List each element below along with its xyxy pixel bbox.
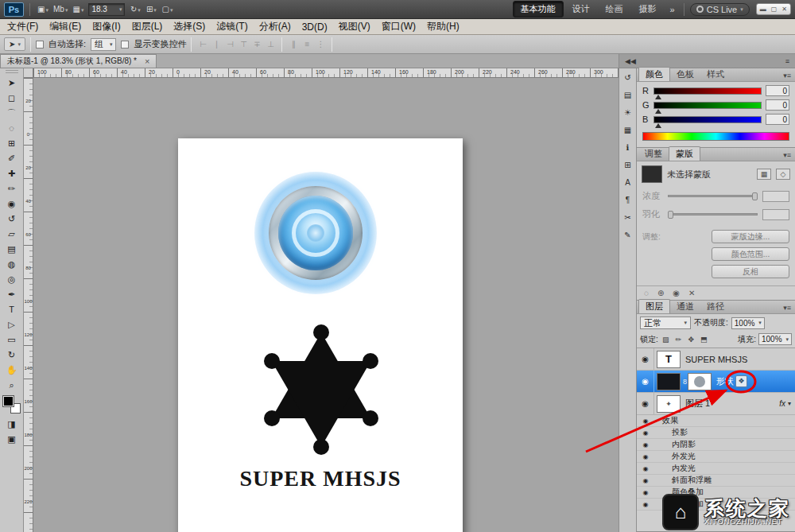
slider-knob[interactable] [655, 123, 661, 128]
adjustments-panel-icon[interactable]: ☀ [621, 107, 635, 118]
menu-item[interactable]: 编辑(E) [44, 20, 87, 33]
tab-adjustments[interactable]: 调整 [638, 147, 669, 161]
restore-button[interactable]: ▢ [771, 6, 778, 13]
character-panel-icon[interactable]: A [621, 177, 635, 188]
dodge-tool[interactable]: ◎ [2, 272, 21, 287]
mini-bridge-icon[interactable]: Mb▾ [52, 2, 69, 17]
menu-item[interactable]: 图像(I) [87, 20, 126, 33]
lock-position-icon[interactable]: ✥ [686, 336, 696, 344]
collapse-effects-icon[interactable]: ▾ [788, 400, 791, 407]
menu-item[interactable]: 图层(L) [126, 20, 169, 33]
workspace-button[interactable]: 设计 [565, 2, 597, 17]
visibility-icon[interactable]: ◉ [637, 465, 654, 472]
distribute-h-icon[interactable]: ∥ [287, 40, 300, 49]
lasso-tool[interactable]: ⌒ [2, 106, 21, 121]
lock-all-icon[interactable]: ⬒ [699, 336, 709, 344]
align-right-icon[interactable]: ⊣ [223, 40, 236, 49]
align-bottom-icon[interactable]: ⊥ [264, 40, 277, 49]
add-vector-mask-icon[interactable]: ◇ [776, 169, 790, 180]
workspace-button[interactable]: 摄影 [632, 2, 664, 17]
visibility-icon[interactable]: ◉ [637, 429, 654, 437]
tab-styles[interactable]: 样式 [700, 68, 731, 81]
add-pixel-mask-icon[interactable]: ▦ [757, 169, 771, 180]
panel-grip[interactable] [6, 70, 18, 73]
collapse-dock-icon[interactable]: ◀◀ [625, 57, 636, 65]
menu-item[interactable]: 3D(D) [297, 21, 333, 33]
visibility-icon[interactable]: ◉ [637, 477, 654, 484]
menu-item[interactable]: 帮助(H) [421, 20, 465, 33]
eyedropper-tool[interactable]: ✐ [2, 151, 21, 166]
fill-input[interactable]: 100% ▾ [758, 333, 792, 345]
green-value-input[interactable]: 0 [766, 99, 789, 111]
layer-name[interactable]: 形状 1 [716, 375, 735, 387]
zoom-tool[interactable]: ⌕ [2, 378, 21, 393]
swatches-panel-icon[interactable]: ⊞ [621, 159, 635, 171]
load-selection-icon[interactable]: ◌ [644, 286, 649, 301]
visibility-icon[interactable]: ◉ [637, 417, 654, 425]
effect-row[interactable]: ◉外发光 [637, 451, 795, 463]
effect-row[interactable]: ◉斜面和浮雕 [637, 475, 795, 487]
crop-tool[interactable]: ⊞ [2, 136, 21, 151]
menu-item[interactable]: 文件(F) [2, 20, 44, 33]
tab-layers[interactable]: 图层 [638, 299, 670, 313]
slider-knob[interactable] [752, 192, 758, 200]
shape-fill-thumbnail[interactable] [657, 373, 681, 390]
effects-title-row[interactable]: ◉ 效果 [637, 415, 795, 427]
rectangle-tool[interactable]: ▭ [2, 332, 21, 348]
visibility-icon[interactable]: ◉ [637, 393, 654, 414]
effect-row[interactable]: ◉投影 [637, 427, 795, 439]
hand-tool[interactable]: ✋ [2, 363, 21, 378]
tab-channels[interactable]: 通道 [670, 300, 700, 313]
invert-button[interactable]: 反相 [712, 265, 789, 278]
visibility-icon[interactable]: ◉ [637, 501, 654, 508]
vector-mask-thumbnail[interactable] [688, 373, 712, 390]
opacity-input[interactable]: 100% ▾ [731, 317, 765, 329]
blue-value-input[interactable]: 0 [766, 114, 789, 125]
tab-color[interactable]: 颜色 [638, 67, 670, 81]
red-value-input[interactable]: 0 [766, 85, 789, 96]
slider-knob[interactable] [668, 211, 673, 219]
canvas-viewport[interactable]: SUPER MHSJS [33, 78, 619, 532]
density-slider[interactable] [668, 195, 758, 197]
close-button[interactable]: ✕ [781, 6, 787, 13]
tab-paths[interactable]: 路径 [700, 300, 731, 313]
history-brush-tool[interactable]: ↺ [2, 212, 21, 227]
panel-menu-icon[interactable]: ▾≡ [779, 151, 795, 161]
3d-rotate-tool[interactable]: ↻ [2, 348, 21, 363]
blue-slider[interactable] [653, 116, 762, 123]
disable-mask-icon[interactable]: ◉ [673, 286, 680, 301]
effect-row[interactable]: ◉内阴影 [637, 439, 795, 451]
align-top-icon[interactable]: ⊤ [237, 40, 250, 49]
align-center-h-icon[interactable]: ∣ [210, 40, 223, 49]
path-selection-tool[interactable]: ▷ [2, 317, 21, 332]
close-tab-icon[interactable]: × [145, 56, 149, 66]
lock-transparent-icon[interactable]: ▨ [661, 336, 671, 344]
rectangular-marquee-tool[interactable]: ◻ [2, 91, 21, 106]
slider-knob[interactable] [655, 109, 661, 114]
eraser-tool[interactable]: ▱ [2, 227, 21, 242]
feather-slider[interactable] [668, 213, 758, 216]
menu-item[interactable]: 滤镜(T) [211, 20, 253, 33]
mask-edge-button[interactable]: 蒙版边缘... [712, 230, 789, 243]
foreground-color-swatch[interactable] [3, 396, 14, 406]
zoom-level-input[interactable]: 18.3 ▾ [88, 3, 125, 16]
arrange-documents-icon[interactable]: ⊞▾ [144, 2, 158, 17]
effect-row[interactable]: ◉内发光 [637, 463, 795, 475]
healing-brush-tool[interactable]: ✚ [2, 166, 21, 181]
type-tool[interactable]: T [2, 302, 21, 317]
move-tool[interactable]: ➤ [2, 76, 21, 91]
workspace-button[interactable]: 基本功能 [513, 1, 564, 17]
red-slider[interactable] [653, 87, 762, 95]
feather-value-box[interactable] [762, 209, 789, 220]
green-slider[interactable] [653, 102, 762, 109]
visibility-icon[interactable]: ◉ [637, 441, 654, 449]
auto-select-checkbox[interactable] [36, 41, 44, 49]
tab-masks[interactable]: 蒙版 [669, 146, 700, 161]
histogram-panel-icon[interactable]: ▦ [621, 124, 635, 136]
document-canvas[interactable]: SUPER MHSJS [178, 138, 463, 532]
info-panel-icon[interactable]: ℹ [621, 142, 635, 153]
align-left-icon[interactable]: ⊢ [196, 40, 209, 49]
layer-style-icon[interactable]: ❖ [735, 375, 747, 387]
tab-swatches[interactable]: 色板 [670, 68, 700, 81]
quick-selection-tool[interactable]: ◌ [2, 121, 21, 136]
